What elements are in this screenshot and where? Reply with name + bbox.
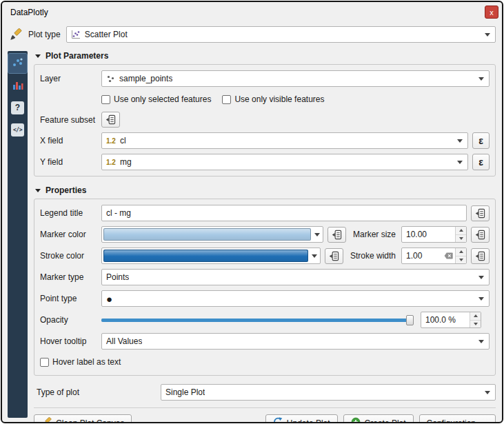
group-properties: Legend title Marker color Marker size 10… bbox=[34, 199, 496, 376]
opacity-slider-handle[interactable] bbox=[406, 315, 414, 325]
plot-type-row: Plot type Scatter Plot bbox=[2, 23, 502, 46]
create-plot-button[interactable]: Create Plot bbox=[343, 414, 414, 423]
y-field-select[interactable]: 1.2 mg bbox=[101, 154, 468, 170]
group-properties-header[interactable]: Properties bbox=[32, 185, 497, 196]
close-button[interactable]: x bbox=[485, 6, 498, 19]
clear-value-icon[interactable] bbox=[444, 248, 455, 263]
checkbox-icon bbox=[222, 95, 231, 104]
footer-separator bbox=[34, 407, 496, 408]
hover-tooltip-select[interactable]: All Values bbox=[101, 333, 490, 350]
chevron-down-icon bbox=[483, 422, 488, 424]
opacity-spinbox[interactable]: 100.0 % bbox=[421, 312, 481, 328]
point-type-select[interactable]: ● bbox=[101, 290, 490, 307]
plus-circle-icon bbox=[351, 417, 361, 423]
legend-title-label: Legend title bbox=[40, 208, 101, 218]
hover-tooltip-value: All Values bbox=[106, 336, 142, 346]
spin-down-button[interactable] bbox=[456, 235, 466, 243]
marker-type-select[interactable]: Points bbox=[101, 269, 490, 285]
marker-size-label: Marker size bbox=[353, 230, 396, 239]
configuration-button[interactable]: Configuration bbox=[419, 414, 496, 423]
data-defined-button-stroke-width[interactable] bbox=[471, 248, 490, 264]
data-defined-button-stroke-color[interactable] bbox=[325, 248, 343, 264]
marker-color-label: Marker color bbox=[40, 230, 101, 239]
chevron-down-icon bbox=[457, 161, 463, 164]
use-selected-features-checkbox[interactable]: Use only selected features bbox=[101, 94, 211, 104]
marker-size-spinbox[interactable]: 10.00 bbox=[401, 226, 467, 243]
collapse-arrow-icon bbox=[35, 189, 41, 192]
marker-color-button[interactable] bbox=[101, 226, 323, 243]
x-field-row: X field 1.2 cl ε bbox=[40, 132, 490, 149]
opacity-slider[interactable] bbox=[101, 314, 414, 326]
expression-button-y-field[interactable]: ε bbox=[472, 154, 490, 170]
sidebar-item-plot-settings[interactable] bbox=[8, 54, 27, 73]
group-title: Properties bbox=[46, 185, 86, 195]
opacity-slider-fill bbox=[101, 319, 414, 322]
chevron-down-icon bbox=[485, 391, 490, 394]
type-of-plot-select[interactable]: Single Plot bbox=[161, 384, 496, 401]
expression-button-x-field[interactable]: ε bbox=[472, 132, 490, 149]
stroke-color-button[interactable] bbox=[101, 248, 321, 264]
point-type-row: Point type ● bbox=[40, 290, 490, 307]
sidebar-item-code[interactable]: </> bbox=[8, 120, 27, 139]
y-field-label: Y field bbox=[40, 157, 101, 167]
update-plot-button[interactable]: Update Plot bbox=[265, 414, 338, 423]
feature-subset-row: Feature subset bbox=[40, 112, 490, 128]
spin-up-button[interactable] bbox=[456, 227, 466, 235]
sidebar-item-help[interactable]: ? bbox=[8, 98, 27, 117]
plot-type-value: Scatter Plot bbox=[85, 30, 128, 39]
type-of-plot-label: Type of plot bbox=[37, 387, 161, 397]
sidebar-item-plot-properties[interactable] bbox=[8, 76, 27, 95]
help-icon: ? bbox=[11, 101, 24, 114]
marker-color-swatch bbox=[103, 228, 311, 241]
group-title: Plot Parameters bbox=[46, 51, 108, 61]
data-defined-button-feature-subset[interactable] bbox=[101, 112, 120, 128]
stroke-color-label: Stroke color bbox=[40, 251, 101, 261]
layer-row: Layer sample_points bbox=[40, 70, 490, 87]
hover-label-as-text-checkbox[interactable]: Hover label as text bbox=[40, 357, 121, 367]
x-field-select[interactable]: 1.2 cl bbox=[101, 132, 468, 149]
legend-title-input[interactable] bbox=[101, 205, 467, 221]
group-plot-parameters: Layer sample_points Use only selected fe… bbox=[34, 64, 496, 176]
stroke-width-spinbox[interactable]: 1.00 bbox=[401, 248, 467, 264]
stroke-width-label: Stroke width bbox=[350, 251, 396, 261]
hover-label-row: Hover label as text bbox=[40, 354, 490, 370]
scatter-plot-icon bbox=[71, 30, 81, 39]
data-defined-override-icon bbox=[475, 208, 485, 219]
sidebar: ? </> bbox=[8, 51, 28, 418]
titlebar: DataPlotly x bbox=[2, 2, 502, 23]
x-field-label: X field bbox=[40, 136, 101, 145]
chevron-down-icon bbox=[314, 233, 320, 236]
layer-label: Layer bbox=[40, 74, 101, 83]
plot-type-select[interactable]: Scatter Plot bbox=[66, 26, 496, 43]
y-field-value: mg bbox=[120, 157, 132, 167]
data-defined-override-icon bbox=[105, 114, 116, 125]
clean-plot-canvas-button[interactable]: Clean Plot Canvas bbox=[34, 414, 132, 423]
refresh-icon bbox=[273, 417, 283, 423]
point-type-label: Point type bbox=[40, 294, 101, 303]
x-field-value: cl bbox=[120, 136, 126, 145]
spin-up-button[interactable] bbox=[456, 248, 466, 256]
hover-tooltip-row: Hover tooltip All Values bbox=[40, 333, 490, 350]
chevron-down-icon bbox=[478, 276, 484, 279]
collapse-arrow-icon bbox=[35, 54, 41, 58]
chevron-down-icon bbox=[478, 297, 484, 301]
point-type-value: ● bbox=[106, 294, 112, 304]
decimal-field-icon: 1.2 bbox=[106, 159, 116, 166]
spin-down-button[interactable] bbox=[456, 256, 466, 264]
window-title: DataPlotly bbox=[10, 8, 48, 17]
data-defined-button-legend-title[interactable] bbox=[471, 205, 490, 221]
spin-down-button[interactable] bbox=[470, 321, 481, 328]
data-defined-button-marker-size[interactable] bbox=[471, 227, 490, 243]
spin-up-button[interactable] bbox=[470, 312, 481, 321]
plot-type-label: Plot type bbox=[28, 30, 61, 39]
use-visible-features-checkbox[interactable]: Use only visible features bbox=[222, 94, 324, 104]
hover-label-as-text-label: Hover label as text bbox=[52, 357, 121, 367]
footer: Clean Plot Canvas Update Plot Create Plo… bbox=[34, 414, 496, 423]
layer-select[interactable]: sample_points bbox=[101, 70, 490, 87]
dataplotly-brush-icon bbox=[9, 28, 23, 41]
checkbox-icon bbox=[40, 358, 49, 367]
stroke-color-row: Stroke color Stroke width 1.00 bbox=[40, 248, 490, 264]
chevron-down-icon bbox=[478, 77, 484, 81]
group-plot-parameters-header[interactable]: Plot Parameters bbox=[32, 50, 497, 61]
data-defined-button-marker-color[interactable] bbox=[327, 227, 346, 243]
